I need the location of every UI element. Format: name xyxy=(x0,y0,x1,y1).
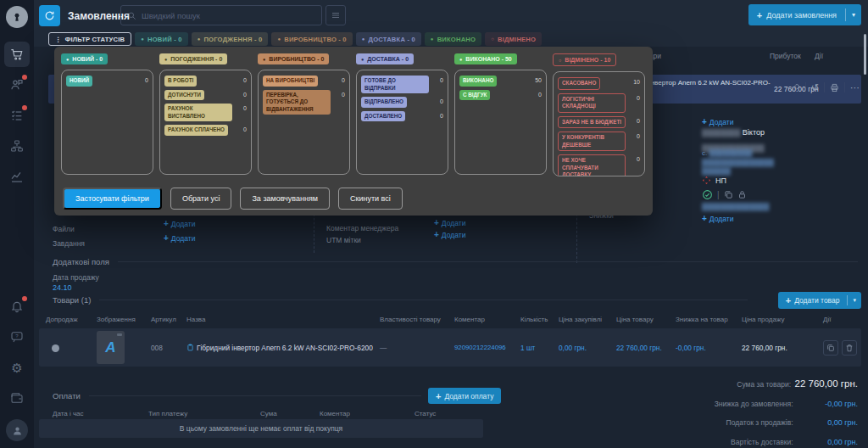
product-name[interactable]: Гібридний інвертор Anern 6.2 kW AN-SCI02… xyxy=(180,344,373,352)
filter-panel-buttons: Застосувати фільтри Обрати усі За замовч… xyxy=(61,188,646,210)
chevron-down-icon[interactable]: ▾ xyxy=(846,11,861,19)
search-settings-button[interactable] xyxy=(326,5,346,25)
user-icon xyxy=(11,424,24,437)
total-products-sum: 22 760,00 грн. xyxy=(795,378,859,389)
user-avatar[interactable] xyxy=(6,419,28,441)
status-chip[interactable]: ВІДПРАВЛЕНО xyxy=(361,97,407,108)
status-group-chip[interactable]: ●ДОСТАВКА - 0 xyxy=(356,53,414,64)
copy-icon[interactable] xyxy=(724,190,733,199)
sidebar-item-billing[interactable] xyxy=(4,385,30,411)
add-delivery-link[interactable]: +Додати xyxy=(702,214,733,223)
sidebar-item-settings[interactable]: ⚙ xyxy=(4,355,30,380)
tab-approval[interactable]: ●ПОГОДЖЕННЯ - 0 xyxy=(192,32,269,46)
product-item-price[interactable]: 22 760,00 грн. xyxy=(609,344,669,352)
status-chip[interactable]: НА ВИРОБНИЦТВІ xyxy=(263,76,318,87)
products-section-header: Товари (1) xyxy=(53,295,748,305)
tab-new[interactable]: ●НОВИЙ - 0 xyxy=(135,32,187,46)
add-file-link[interactable]: +Додати xyxy=(164,219,195,228)
notification-dot xyxy=(22,105,27,110)
sidebar-item-chats[interactable] xyxy=(4,72,30,98)
status-group-chip[interactable]: ●ПОГОДЖЕННЯ - 0 xyxy=(159,53,227,64)
funnel-icon xyxy=(10,139,24,153)
product-qty[interactable]: 1 шт xyxy=(514,344,552,352)
product-comment[interactable]: 92090212224096 xyxy=(448,344,514,351)
add-order-button[interactable]: +Додати замовлення ▾ xyxy=(748,4,861,25)
sidebar-item-orders[interactable] xyxy=(4,42,30,67)
clipboard-icon xyxy=(186,344,194,351)
status-chip[interactable]: СКАСОВАНО xyxy=(558,77,600,90)
refresh-icon xyxy=(44,10,55,21)
status-group-chip[interactable]: ○ВІДМІНЕНО - 10 xyxy=(553,53,616,66)
chevron-down-icon[interactable]: ▾ xyxy=(848,297,861,304)
copy-button[interactable] xyxy=(823,340,838,356)
tasks-field: Завдання xyxy=(53,234,85,249)
status-group-chip[interactable]: ●ВИРОБНИЦТВО - 0 xyxy=(258,53,329,64)
status-chip[interactable]: НЕ ХОЧЕ СПЛАЧУВАТИ ДОСТАВКУ xyxy=(558,154,626,176)
status-group-chip[interactable]: ●ВИКОНАНО - 50 xyxy=(454,53,517,64)
by-default-button[interactable]: За замовчуванням xyxy=(240,188,330,210)
delivery-cost[interactable]: 0,00 грн. xyxy=(797,438,858,447)
sidebar-item-analytics[interactable] xyxy=(4,164,30,189)
status-chip[interactable]: ДОСТАВЛЕНО xyxy=(361,111,405,122)
status-chip[interactable]: РАХУНОК ВИСТАВЛЕНО xyxy=(164,104,232,121)
printer-icon[interactable] xyxy=(830,83,839,92)
sales-tax[interactable]: 0,00 грн. xyxy=(797,418,858,428)
status-chip[interactable]: В РОБОТІ xyxy=(164,76,197,87)
notification-dot xyxy=(22,296,27,301)
add-payment-button[interactable]: +Додати оплату xyxy=(428,388,501,404)
status-chip[interactable]: ПЕРЕВІРКА, ГОТУЄТЬСЯ ДО ВІДВАНТАЖЕННЯ xyxy=(263,90,331,115)
product-discount[interactable]: -0,00 грн. xyxy=(669,344,735,352)
sidebar-item-tasks[interactable] xyxy=(4,103,30,128)
utm-field: UTM мітки xyxy=(326,231,361,246)
status-chip[interactable]: НОВИЙ xyxy=(66,76,92,87)
more-icon[interactable]: ⋯ xyxy=(850,83,860,92)
status-chip[interactable]: С ВІДГУК xyxy=(459,90,490,101)
tab-delivery[interactable]: ●ДОСТАВКА - 0 xyxy=(356,32,421,46)
delete-button[interactable] xyxy=(842,340,857,356)
sidebar-item-notifications[interactable] xyxy=(4,294,30,319)
status-chip[interactable]: ГОТОВЕ ДО ВІДПРАВКИ xyxy=(361,76,429,93)
apply-filters-button[interactable]: Застосувати фільтри xyxy=(63,188,162,210)
add-customer-link[interactable]: +Додати xyxy=(702,117,733,126)
cart-icon xyxy=(10,48,24,61)
status-chip[interactable]: ВИКОНАНО xyxy=(459,76,497,87)
reset-all-button[interactable]: Скинути всі xyxy=(338,188,403,210)
tab-cancelled[interactable]: ○ВІДМІНЕНО xyxy=(485,32,542,46)
search-input[interactable] xyxy=(142,11,315,20)
sale-date-value[interactable]: 24.10 xyxy=(53,283,99,292)
add-utm-link[interactable]: +Додати xyxy=(434,230,465,239)
select-all-button[interactable]: Обрати усі xyxy=(170,188,232,210)
status-group-chip[interactable]: ●НОВИЙ - 0 xyxy=(61,53,108,64)
tab-production[interactable]: ●ВИРОБНИЦТВО - 0 xyxy=(271,32,352,46)
scrollbar-thumb[interactable] xyxy=(864,34,866,75)
add-product-button[interactable]: +Додати товар ▾ xyxy=(778,292,861,309)
product-purchase-price[interactable]: 0,00 грн. xyxy=(552,344,609,352)
filter-status-button[interactable]: ⋮ФІЛЬТР СТАТУСІВ xyxy=(48,32,131,46)
refresh-button[interactable] xyxy=(39,5,60,26)
tab-done[interactable]: ●ВИКОНАНО xyxy=(425,32,481,46)
link-icon[interactable] xyxy=(791,83,800,92)
product-properties: — xyxy=(373,344,448,352)
status-chip[interactable]: ЛОГІСТИЧНІ СКЛАДНОЩІ xyxy=(558,93,626,113)
order-discount[interactable]: -0,00 грн. xyxy=(797,400,858,409)
sidebar: ? ⚙ xyxy=(0,0,34,448)
product-row[interactable]: A 008 Гібридний інвертор Anern 6.2 kW AN… xyxy=(39,328,861,367)
add-comment-link[interactable]: +Додати xyxy=(434,218,465,227)
keycrm-logo[interactable] xyxy=(6,6,28,28)
bell-icon xyxy=(10,300,24,313)
status-chip[interactable]: ДОТИСНУТИ xyxy=(164,90,204,101)
sidebar-item-funnels[interactable] xyxy=(4,133,30,159)
search-icon xyxy=(127,11,136,20)
divider xyxy=(314,214,314,253)
status-chip[interactable]: ЗАРАЗ НЕ В БЮДЖЕТІ xyxy=(558,116,626,129)
tracking-number[interactable]: ██████████████ xyxy=(702,203,769,210)
customer-name[interactable]: ████████ Віктор xyxy=(702,128,765,137)
product-image[interactable]: A xyxy=(97,331,125,364)
status-chip[interactable]: У КОНКУРЕНТІВ ДЕШЕВШЕ xyxy=(558,132,626,151)
sidebar-item-support[interactable]: ? xyxy=(4,324,30,350)
status-dot-icon: ○ xyxy=(491,36,494,42)
lock-icon[interactable] xyxy=(737,190,747,199)
status-chip[interactable]: РАХУНОК СПЛАЧЕНО xyxy=(164,125,228,136)
add-task-link[interactable]: +Додати xyxy=(164,233,195,243)
undo-icon[interactable]: ↺ xyxy=(811,83,819,92)
